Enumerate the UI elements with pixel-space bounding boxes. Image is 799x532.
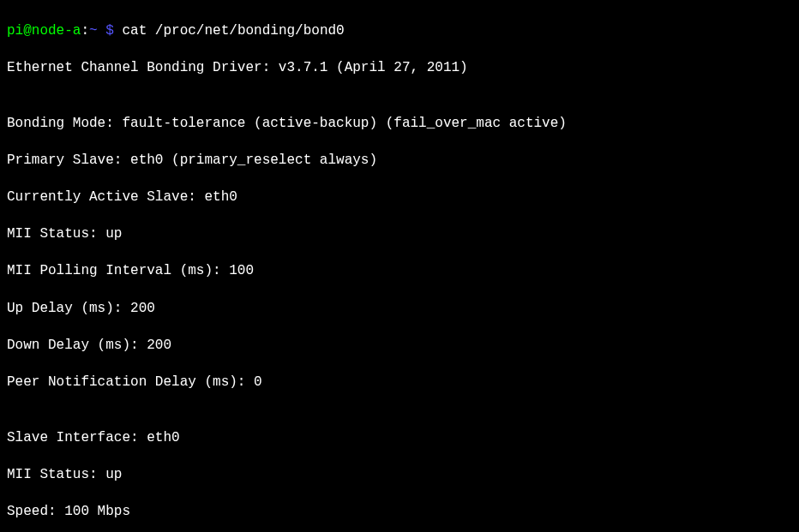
terminal-window[interactable]: pi@node-a:~ $ cat /proc/net/bonding/bond… [7,3,792,532]
command-line: pi@node-a:~ $ cat /proc/net/bonding/bond… [7,22,792,41]
prompt-user-host: pi@node-a [7,23,81,39]
prompt-separator: : [81,23,89,39]
output-peer-notification: Peer Notification Delay (ms): 0 [7,374,792,392]
output-bonding-mode: Bonding Mode: fault-tolerance (active-ba… [7,115,792,134]
prompt-path: ~ $ [89,23,114,39]
command-text: cat /proc/net/bonding/bond0 [122,23,344,39]
output-mii-polling: MII Polling Interval (ms): 100 [7,262,792,281]
output-slave1-mii: MII Status: up [7,466,792,485]
output-slave1-speed: Speed: 100 Mbps [7,503,792,522]
output-down-delay: Down Delay (ms): 200 [7,337,792,356]
output-up-delay: Up Delay (ms): 200 [7,300,792,319]
output-active-slave: Currently Active Slave: eth0 [7,188,792,207]
output-driver: Ethernet Channel Bonding Driver: v3.7.1 … [7,59,792,78]
output-mii-status: MII Status: up [7,225,792,244]
output-slave1-interface: Slave Interface: eth0 [7,429,792,448]
output-primary-slave: Primary Slave: eth0 (primary_reselect al… [7,152,792,170]
